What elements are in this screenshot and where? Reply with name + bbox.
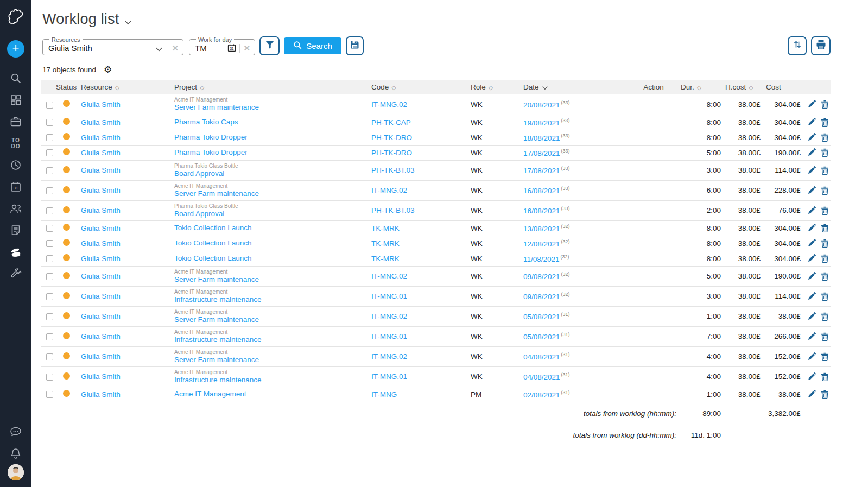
project-link[interactable]: Server Farm maintenance — [174, 315, 259, 324]
date-link[interactable]: 12/08/2021 — [523, 239, 560, 248]
row-checkbox[interactable] — [46, 333, 53, 340]
date-link[interactable]: 13/08/2021 — [523, 224, 560, 232]
project-link[interactable]: Infrastructure maintenance — [174, 295, 262, 303]
resource-link[interactable]: Giulia Smith — [81, 224, 121, 232]
date-link[interactable]: 02/08/2021 — [523, 390, 560, 399]
resource-link[interactable]: Giulia Smith — [81, 206, 121, 214]
task-code-link[interactable]: IT-MNG.02 — [371, 186, 407, 194]
row-checkbox[interactable] — [46, 353, 53, 360]
col-dur[interactable]: Dur.◇ — [681, 80, 722, 94]
date-link[interactable]: 20/08/2021 — [523, 101, 560, 109]
date-link[interactable]: 11/08/2021 — [523, 255, 560, 263]
row-checkbox[interactable] — [46, 293, 53, 300]
resource-link[interactable]: Giulia Smith — [81, 100, 121, 109]
delete-trash-icon[interactable] — [821, 239, 832, 247]
print-button[interactable] — [811, 36, 831, 55]
row-checkbox[interactable] — [46, 225, 53, 232]
edit-pencil-icon[interactable] — [807, 133, 821, 141]
task-code-link[interactable]: IT-MNG — [371, 390, 397, 399]
row-checkbox[interactable] — [46, 313, 53, 320]
add-button[interactable]: + — [7, 40, 24, 58]
task-code-link[interactable]: PH-TK-CAP — [371, 118, 411, 127]
date-link[interactable]: 16/08/2021 — [523, 207, 560, 215]
search-icon[interactable] — [7, 70, 25, 86]
date-link[interactable]: 16/08/2021 — [523, 187, 560, 195]
date-link[interactable]: 19/08/2021 — [523, 118, 560, 127]
title-chevron-down-icon[interactable] — [124, 17, 132, 27]
table-settings-gear-icon[interactable]: ⚙ — [104, 65, 112, 74]
resource-link[interactable]: Giulia Smith — [81, 272, 121, 280]
dashboard-icon[interactable] — [7, 92, 25, 108]
edit-pencil-icon[interactable] — [807, 332, 821, 340]
tools-wrench-icon[interactable] — [7, 265, 25, 282]
edit-pencil-icon[interactable] — [807, 166, 821, 174]
resource-link[interactable]: Giulia Smith — [81, 292, 121, 300]
project-link[interactable]: Board Approval — [174, 210, 224, 218]
notifications-bell-icon[interactable] — [7, 445, 25, 461]
col-hcost[interactable]: H.cost◇ — [722, 80, 762, 94]
task-code-link[interactable]: IT-MNG.02 — [371, 352, 407, 360]
resources-clear-icon[interactable]: ✕ — [172, 44, 179, 52]
edit-pencil-icon[interactable] — [807, 312, 821, 320]
resource-link[interactable]: Giulia Smith — [81, 312, 121, 320]
row-checkbox[interactable] — [46, 374, 53, 381]
delete-trash-icon[interactable] — [821, 312, 832, 320]
task-code-link[interactable]: IT-MNG.02 — [371, 272, 407, 280]
user-avatar[interactable] — [8, 464, 24, 480]
edit-pencil-icon[interactable] — [807, 186, 821, 194]
task-code-link[interactable]: PH-TK-BT.03 — [371, 166, 415, 174]
resources-combobox[interactable]: Giulia Smith — [48, 43, 154, 53]
date-link[interactable]: 17/08/2021 — [523, 149, 560, 157]
edit-pencil-icon[interactable] — [807, 254, 821, 262]
resource-link[interactable]: Giulia Smith — [81, 390, 121, 399]
delete-trash-icon[interactable] — [821, 254, 832, 262]
project-link[interactable]: Pharma Tokio Dropper — [174, 133, 248, 141]
edit-pencil-icon[interactable] — [807, 206, 821, 214]
col-resource[interactable]: Resource◇ — [81, 80, 174, 94]
edit-pencil-icon[interactable] — [807, 271, 821, 280]
task-code-link[interactable]: PH-TK-DRO — [371, 134, 412, 142]
delete-trash-icon[interactable] — [821, 148, 832, 156]
reports-document-icon[interactable] — [7, 222, 25, 238]
project-link[interactable]: Server Farm maintenance — [174, 356, 259, 364]
edit-pencil-icon[interactable] — [807, 148, 821, 156]
edit-pencil-icon[interactable] — [807, 100, 821, 108]
row-checkbox[interactable] — [46, 134, 53, 141]
project-link[interactable]: Tokio Collection Launch — [174, 224, 252, 232]
app-logo-icon[interactable] — [4, 4, 27, 29]
task-code-link[interactable]: TK-MRK — [371, 255, 400, 263]
resource-link[interactable]: Giulia Smith — [81, 372, 121, 381]
delete-trash-icon[interactable] — [821, 372, 832, 380]
row-checkbox[interactable] — [46, 149, 53, 156]
task-code-link[interactable]: PH-TK-DRO — [371, 149, 412, 157]
projects-briefcase-icon[interactable] — [7, 113, 25, 130]
row-checkbox[interactable] — [46, 102, 53, 109]
row-checkbox[interactable] — [46, 187, 53, 194]
task-code-link[interactable]: IT-MNG.02 — [371, 100, 407, 109]
resource-link[interactable]: Giulia Smith — [81, 134, 121, 142]
task-code-link[interactable]: IT-MNG.01 — [371, 292, 407, 300]
project-link[interactable]: Board Approval — [174, 169, 224, 178]
project-link[interactable]: Server Farm maintenance — [174, 275, 259, 283]
search-button[interactable]: Search — [284, 37, 341, 54]
edit-pencil-icon[interactable] — [807, 372, 821, 380]
work-for-day-field[interactable]: Work for day TM 31 ✕ — [189, 36, 255, 55]
row-checkbox[interactable] — [46, 240, 53, 247]
project-link[interactable]: Server Farm maintenance — [174, 103, 259, 111]
sort-icon[interactable]: ◇ — [115, 84, 119, 91]
task-code-link[interactable]: IT-MNG.01 — [371, 372, 407, 381]
col-code[interactable]: Code◇ — [371, 80, 471, 94]
sort-icon[interactable]: ◇ — [697, 84, 701, 91]
save-search-button[interactable] — [346, 36, 364, 55]
delete-trash-icon[interactable] — [821, 133, 832, 141]
project-link[interactable]: Server Farm maintenance — [174, 189, 259, 198]
resource-link[interactable]: Giulia Smith — [81, 149, 121, 157]
sort-icon[interactable]: ◇ — [749, 84, 753, 91]
worklog-coins-icon[interactable] — [7, 244, 25, 260]
edit-pencil-icon[interactable] — [807, 239, 821, 247]
project-link[interactable]: Tokio Collection Launch — [174, 254, 252, 262]
task-code-link[interactable]: IT-MNG.02 — [371, 312, 407, 320]
resource-link[interactable]: Giulia Smith — [81, 118, 121, 127]
project-link[interactable]: Pharma Tokio Dropper — [174, 148, 248, 156]
edit-pencil-icon[interactable] — [807, 292, 821, 300]
